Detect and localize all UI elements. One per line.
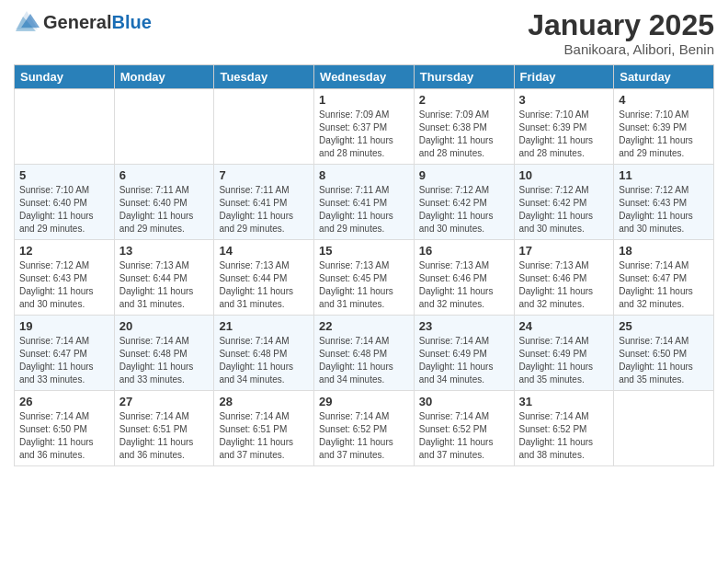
day-info: Sunrise: 7:13 AMSunset: 6:44 PMDaylight:…	[119, 259, 210, 311]
logo-icon	[14, 9, 40, 35]
day-info: Sunrise: 7:14 AMSunset: 6:48 PMDaylight:…	[119, 335, 210, 386]
calendar-cell: 18Sunrise: 7:14 AMSunset: 6:47 PMDayligh…	[614, 240, 714, 316]
day-number: 2	[419, 93, 509, 107]
calendar-cell: 4Sunrise: 7:10 AMSunset: 6:39 PMDaylight…	[614, 89, 714, 165]
calendar-cell	[214, 89, 314, 165]
calendar-cell: 13Sunrise: 7:13 AMSunset: 6:44 PMDayligh…	[114, 240, 214, 316]
calendar-week-5: 26Sunrise: 7:14 AMSunset: 6:50 PMDayligh…	[15, 391, 714, 466]
day-info: Sunrise: 7:10 AMSunset: 6:39 PMDaylight:…	[519, 109, 609, 160]
day-number: 27	[119, 395, 210, 408]
day-number: 10	[519, 168, 609, 182]
day-info: Sunrise: 7:14 AMSunset: 6:52 PMDaylight:…	[319, 410, 409, 462]
day-info: Sunrise: 7:14 AMSunset: 6:52 PMDaylight:…	[419, 410, 509, 462]
day-number: 16	[419, 244, 509, 258]
day-number: 3	[519, 93, 609, 107]
calendar-cell: 27Sunrise: 7:14 AMSunset: 6:51 PMDayligh…	[114, 391, 214, 466]
calendar-cell: 16Sunrise: 7:13 AMSunset: 6:46 PMDayligh…	[414, 240, 514, 316]
day-info: Sunrise: 7:13 AMSunset: 6:44 PMDaylight:…	[219, 259, 309, 311]
day-number: 25	[619, 319, 709, 333]
day-info: Sunrise: 7:14 AMSunset: 6:50 PMDaylight:…	[19, 410, 109, 462]
day-info: Sunrise: 7:14 AMSunset: 6:49 PMDaylight:…	[419, 335, 509, 386]
day-number: 5	[19, 168, 109, 182]
calendar-cell: 17Sunrise: 7:13 AMSunset: 6:46 PMDayligh…	[514, 240, 614, 316]
day-number: 17	[519, 244, 609, 258]
calendar-header-monday: Monday	[114, 65, 214, 89]
calendar-week-3: 12Sunrise: 7:12 AMSunset: 6:43 PMDayligh…	[15, 240, 714, 316]
day-info: Sunrise: 7:14 AMSunset: 6:47 PMDaylight:…	[19, 335, 109, 386]
page-container: GeneralBlue January 2025 Banikoara, Alib…	[0, 0, 728, 476]
day-number: 12	[19, 244, 109, 258]
day-info: Sunrise: 7:11 AMSunset: 6:41 PMDaylight:…	[319, 184, 409, 236]
calendar-cell: 25Sunrise: 7:14 AMSunset: 6:50 PMDayligh…	[614, 316, 714, 391]
calendar-cell: 8Sunrise: 7:11 AMSunset: 6:41 PMDaylight…	[314, 165, 415, 240]
calendar-cell: 2Sunrise: 7:09 AMSunset: 6:38 PMDaylight…	[414, 89, 514, 165]
calendar-cell: 9Sunrise: 7:12 AMSunset: 6:42 PMDaylight…	[414, 165, 514, 240]
calendar-week-1: 1Sunrise: 7:09 AMSunset: 6:37 PMDaylight…	[15, 89, 714, 165]
day-number: 8	[319, 168, 409, 182]
calendar-cell	[114, 89, 214, 165]
calendar-header-wednesday: Wednesday	[314, 65, 415, 89]
calendar-cell: 30Sunrise: 7:14 AMSunset: 6:52 PMDayligh…	[414, 391, 514, 466]
calendar-week-4: 19Sunrise: 7:14 AMSunset: 6:47 PMDayligh…	[15, 316, 714, 391]
day-number: 24	[519, 319, 609, 333]
calendar-cell: 31Sunrise: 7:14 AMSunset: 6:52 PMDayligh…	[514, 391, 614, 466]
day-info: Sunrise: 7:13 AMSunset: 6:46 PMDaylight:…	[519, 259, 609, 311]
month-title: January 2025	[528, 9, 714, 41]
day-info: Sunrise: 7:09 AMSunset: 6:37 PMDaylight:…	[319, 109, 409, 160]
calendar-header-thursday: Thursday	[414, 65, 514, 89]
day-number: 31	[519, 395, 609, 408]
calendar-cell: 20Sunrise: 7:14 AMSunset: 6:48 PMDayligh…	[114, 316, 214, 391]
day-info: Sunrise: 7:09 AMSunset: 6:38 PMDaylight:…	[419, 109, 509, 160]
day-info: Sunrise: 7:13 AMSunset: 6:46 PMDaylight:…	[419, 259, 509, 311]
day-number: 11	[619, 168, 709, 182]
day-number: 18	[619, 244, 709, 258]
day-info: Sunrise: 7:12 AMSunset: 6:43 PMDaylight:…	[619, 184, 709, 236]
calendar-cell: 3Sunrise: 7:10 AMSunset: 6:39 PMDaylight…	[514, 89, 614, 165]
calendar-cell: 19Sunrise: 7:14 AMSunset: 6:47 PMDayligh…	[15, 316, 115, 391]
day-info: Sunrise: 7:14 AMSunset: 6:48 PMDaylight:…	[319, 335, 409, 386]
day-number: 29	[319, 395, 409, 408]
calendar-header-tuesday: Tuesday	[214, 65, 314, 89]
day-info: Sunrise: 7:14 AMSunset: 6:49 PMDaylight:…	[519, 335, 609, 386]
logo-blue: Blue	[111, 12, 151, 32]
logo-text: GeneralBlue	[43, 12, 152, 33]
day-number: 14	[219, 244, 309, 258]
day-info: Sunrise: 7:11 AMSunset: 6:40 PMDaylight:…	[119, 184, 210, 236]
day-info: Sunrise: 7:12 AMSunset: 6:42 PMDaylight:…	[519, 184, 609, 236]
calendar-cell: 6Sunrise: 7:11 AMSunset: 6:40 PMDaylight…	[114, 165, 214, 240]
calendar-header-sunday: Sunday	[15, 65, 115, 89]
calendar-cell: 24Sunrise: 7:14 AMSunset: 6:49 PMDayligh…	[514, 316, 614, 391]
calendar-cell: 21Sunrise: 7:14 AMSunset: 6:48 PMDayligh…	[214, 316, 314, 391]
logo: GeneralBlue	[14, 9, 152, 35]
day-number: 4	[619, 93, 709, 107]
title-block: January 2025 Banikoara, Alibori, Benin	[528, 9, 714, 57]
day-info: Sunrise: 7:12 AMSunset: 6:43 PMDaylight:…	[19, 259, 109, 311]
calendar-cell	[15, 89, 115, 165]
day-number: 21	[219, 319, 309, 333]
calendar-header-friday: Friday	[514, 65, 614, 89]
calendar-cell: 7Sunrise: 7:11 AMSunset: 6:41 PMDaylight…	[214, 165, 314, 240]
day-number: 9	[419, 168, 509, 182]
day-number: 6	[119, 168, 210, 182]
calendar-cell: 26Sunrise: 7:14 AMSunset: 6:50 PMDayligh…	[15, 391, 115, 466]
calendar-cell: 14Sunrise: 7:13 AMSunset: 6:44 PMDayligh…	[214, 240, 314, 316]
calendar-cell: 29Sunrise: 7:14 AMSunset: 6:52 PMDayligh…	[314, 391, 415, 466]
calendar-cell: 12Sunrise: 7:12 AMSunset: 6:43 PMDayligh…	[15, 240, 115, 316]
calendar-cell: 23Sunrise: 7:14 AMSunset: 6:49 PMDayligh…	[414, 316, 514, 391]
day-number: 28	[219, 395, 309, 408]
logo-general: General	[43, 12, 111, 32]
day-info: Sunrise: 7:14 AMSunset: 6:51 PMDaylight:…	[219, 410, 309, 462]
day-info: Sunrise: 7:14 AMSunset: 6:50 PMDaylight:…	[619, 335, 709, 386]
header: GeneralBlue January 2025 Banikoara, Alib…	[14, 9, 714, 57]
day-number: 13	[119, 244, 210, 258]
calendar-cell: 10Sunrise: 7:12 AMSunset: 6:42 PMDayligh…	[514, 165, 614, 240]
day-number: 22	[319, 319, 409, 333]
day-number: 7	[219, 168, 309, 182]
day-info: Sunrise: 7:10 AMSunset: 6:40 PMDaylight:…	[19, 184, 109, 236]
calendar-week-2: 5Sunrise: 7:10 AMSunset: 6:40 PMDaylight…	[15, 165, 714, 240]
day-info: Sunrise: 7:13 AMSunset: 6:45 PMDaylight:…	[319, 259, 409, 311]
calendar-cell: 22Sunrise: 7:14 AMSunset: 6:48 PMDayligh…	[314, 316, 415, 391]
calendar-header-row: SundayMondayTuesdayWednesdayThursdayFrid…	[15, 65, 714, 89]
calendar-header-saturday: Saturday	[614, 65, 714, 89]
day-info: Sunrise: 7:14 AMSunset: 6:51 PMDaylight:…	[119, 410, 210, 462]
